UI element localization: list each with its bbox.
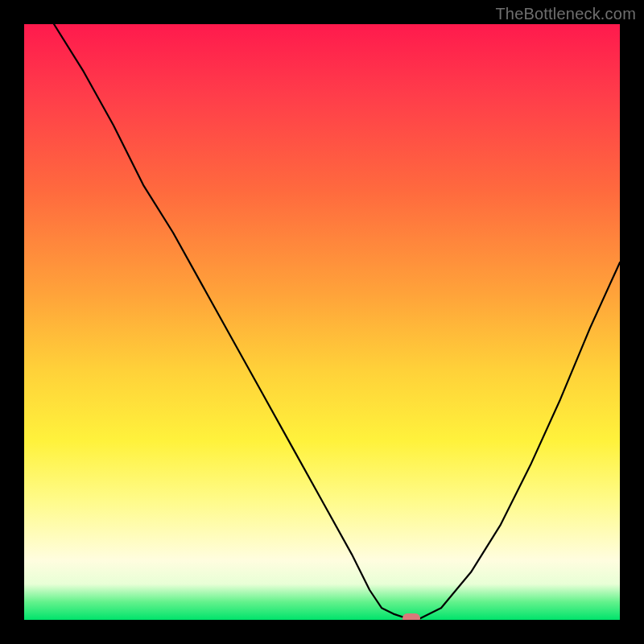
- optimal-marker: [402, 613, 420, 620]
- chart-svg: [24, 24, 620, 620]
- watermark-text: TheBottleneck.com: [495, 5, 636, 23]
- bottleneck-curve: [54, 24, 620, 620]
- plot-area: [24, 24, 620, 620]
- chart-frame: TheBottleneck.com: [0, 0, 644, 644]
